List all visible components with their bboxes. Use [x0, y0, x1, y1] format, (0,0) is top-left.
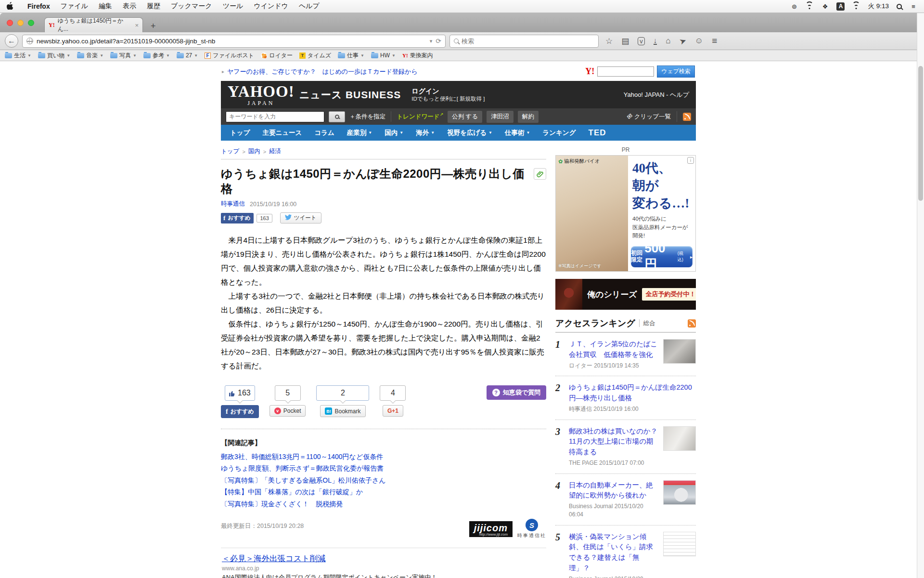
- tab-close-icon[interactable]: ×: [135, 22, 139, 29]
- breadcrumb-top[interactable]: トップ: [221, 147, 239, 156]
- rss-icon[interactable]: [683, 113, 691, 121]
- related-link[interactable]: 〔写真特集〕「美しすぎる金融系OL」松川佑依子さん: [221, 474, 546, 486]
- pocket-toolbar-icon[interactable]: v: [638, 37, 645, 45]
- ranking-link[interactable]: 横浜・偽装マンション傾斜、住民は「いくら」請求できる？建替えは「無理」？: [569, 532, 659, 574]
- related-link[interactable]: 【特集】中国「株暴落」の次は「銀行破綻」か: [221, 486, 546, 498]
- menubar-clock[interactable]: 火 9:13: [868, 2, 889, 11]
- minimize-window-button[interactable]: [17, 20, 24, 26]
- input-source-icon[interactable]: A: [836, 2, 845, 11]
- related-link[interactable]: 〔写真特集〕現金ざくざく！ 脱税摘発: [221, 498, 546, 510]
- search-bar[interactable]: [449, 35, 599, 48]
- scrollbar[interactable]: [917, 13, 924, 578]
- clip-list-link[interactable]: ✉ クリップ一覧: [627, 113, 671, 121]
- back-button[interactable]: ←: [5, 34, 18, 48]
- login-sub-link[interactable]: IDでもっと便利に[ 新規取得 ]: [411, 95, 485, 102]
- menu-tools[interactable]: ツール: [218, 2, 249, 11]
- related-link[interactable]: ゆうちょ限度額、判断示さず＝郵政民営化委が報告書: [221, 462, 546, 474]
- ad-cta-button[interactable]: 初回限定 500円 (税込) ▸: [631, 246, 693, 267]
- yahoo-mini-logo[interactable]: Y!: [585, 66, 594, 77]
- bookmark-folder-photo[interactable]: 写真▼: [110, 52, 137, 60]
- bookmark-folder-hw[interactable]: HW▼: [371, 52, 396, 59]
- search-condition-link[interactable]: ＋条件を指定: [349, 113, 385, 121]
- airport-icon[interactable]: [806, 3, 813, 9]
- ranking-thumbnail[interactable]: [663, 480, 696, 505]
- yahoo-web-search-input[interactable]: [597, 66, 654, 77]
- nav-ranking[interactable]: ランキング: [536, 129, 582, 137]
- wifi-icon[interactable]: [852, 3, 860, 9]
- yahoo-news-logo[interactable]: YAHOO! JAPAN: [228, 84, 295, 106]
- gplus-button[interactable]: G+1: [383, 405, 403, 417]
- breadcrumb-economy[interactable]: 経済: [269, 147, 281, 156]
- hello-icon[interactable]: ☺: [695, 36, 703, 46]
- ranking-link[interactable]: ＪＴ、イラン第5位のたばこ会社買収 低価格帯を強化: [569, 339, 659, 360]
- trend-word-1[interactable]: 公判 する: [448, 111, 482, 123]
- ranking-link[interactable]: ゆうちょ銀は1450円＝かんぽ生命2200円―株売り出し価格: [569, 382, 696, 404]
- bookmark-folder-shopping[interactable]: 買い物▼: [38, 52, 70, 60]
- nav-column[interactable]: コラム: [308, 129, 340, 137]
- pocket-button[interactable]: v Pocket: [270, 405, 306, 417]
- dropbox-icon[interactable]: ❖: [821, 2, 829, 10]
- ranking-link[interactable]: 郵政3社の株は買いなのか？ 11月の大型上場に市場の期待高まる: [569, 426, 659, 458]
- ranking-link[interactable]: 日本の自動車メーカー、絶望的に欧州勢から後れか: [569, 480, 659, 501]
- menu-edit[interactable]: 編集: [93, 2, 117, 11]
- bookmark-folder-work[interactable]: 仕事▼: [338, 52, 364, 60]
- hatena-bookmark-button[interactable]: B! Bookmark: [320, 405, 365, 417]
- nav-domestic[interactable]: 国内▼: [378, 129, 410, 137]
- nav-ted-logo[interactable]: TED: [582, 128, 613, 138]
- ranking-thumbnail[interactable]: [663, 532, 696, 556]
- zoom-window-button[interactable]: [28, 20, 34, 26]
- ranking-thumbnail[interactable]: [663, 339, 696, 364]
- web-search-button[interactable]: ウェブ検索: [657, 66, 695, 78]
- url-input[interactable]: [37, 38, 426, 45]
- urlbar-dropdown-icon[interactable]: ▾: [430, 38, 433, 44]
- rss-icon[interactable]: [688, 319, 696, 328]
- banner-ad[interactable]: 俺のシリーズ 全店予約受付中！: [555, 279, 696, 310]
- nav-industry[interactable]: 産業別▼: [341, 129, 378, 137]
- service-name[interactable]: ニュース BUSINESS: [299, 88, 401, 102]
- jiji-press-logo[interactable]: S 時事通信社: [517, 519, 546, 539]
- help-link[interactable]: Yahoo! JAPAN - ヘルプ: [624, 91, 689, 99]
- bookmark-folder-27[interactable]: 27▼: [177, 52, 198, 59]
- breadcrumb-domestic[interactable]: 国内: [248, 147, 260, 156]
- jijicom-logo[interactable]: jijicom http://www.jiji.com: [469, 521, 513, 538]
- new-tab-button[interactable]: +: [146, 21, 161, 31]
- menubar-app-name[interactable]: Firefox: [22, 2, 55, 10]
- menu-history[interactable]: 履歴: [141, 2, 166, 11]
- creative-cloud-icon[interactable]: ⊚: [790, 2, 798, 10]
- menu-file[interactable]: ファイル: [55, 2, 93, 11]
- ad-info-icon[interactable]: i: [687, 157, 694, 164]
- ranking-tab-overall[interactable]: 総合: [643, 319, 655, 328]
- login-link[interactable]: ログイン: [411, 87, 485, 96]
- trend-word-3[interactable]: 解約: [518, 111, 539, 123]
- promo-link[interactable]: ヤフーのお得、ご存じですか？ はじめの一歩はＴカード登録から: [227, 67, 417, 76]
- menu-help[interactable]: ヘルプ: [294, 2, 325, 11]
- share-icon[interactable]: ➤: [678, 35, 688, 47]
- chiebukuro-button[interactable]: ? 知恵袋で質問: [487, 385, 546, 400]
- nav-top[interactable]: トップ: [224, 129, 256, 137]
- downloads-icon[interactable]: ↓: [654, 38, 657, 45]
- facebook-recommend-button[interactable]: f おすすめ: [221, 213, 254, 223]
- home-icon[interactable]: ⌂: [666, 36, 670, 46]
- nav-worktips[interactable]: 仕事術▼: [499, 129, 536, 137]
- display-ad[interactable]: ✿協和発酵バイオ ※写真はイメージです 40代、 朝が 変わる…! 40代の悩み…: [555, 155, 696, 272]
- nav-broaden[interactable]: 視野を広げる▼: [441, 129, 499, 137]
- bookmark-folder-life[interactable]: 生活▼: [5, 52, 31, 60]
- ranking-thumbnail[interactable]: [663, 426, 696, 451]
- article-source-link[interactable]: 時事通信: [221, 200, 245, 208]
- keyword-search-button[interactable]: [329, 111, 345, 122]
- bookmark-folder-reference[interactable]: 参考▼: [143, 52, 170, 60]
- bookmark-transit[interactable]: Y!乗換案内: [402, 52, 433, 60]
- close-window-button[interactable]: [7, 20, 13, 26]
- keyword-input[interactable]: [226, 111, 324, 122]
- menu-icon[interactable]: ≡: [712, 36, 717, 46]
- bookmark-reuters[interactable]: ロイター: [261, 52, 293, 60]
- related-link[interactable]: 郵政3社、時価総額13兆円＝1100～1400円など仮条件: [221, 451, 546, 463]
- notification-center-icon[interactable]: ≡: [910, 2, 917, 10]
- facebook-recommend-button-bottom[interactable]: f おすすめ: [221, 405, 259, 418]
- bookmark-times[interactable]: Tタイムズ: [299, 52, 331, 60]
- apple-icon[interactable]: [7, 2, 13, 11]
- browser-search-input[interactable]: [462, 38, 594, 45]
- bookmark-filepost[interactable]: Fファイルポスト: [205, 52, 254, 60]
- trend-word-2[interactable]: 津田沼: [487, 111, 513, 123]
- clip-article-button[interactable]: [534, 168, 546, 180]
